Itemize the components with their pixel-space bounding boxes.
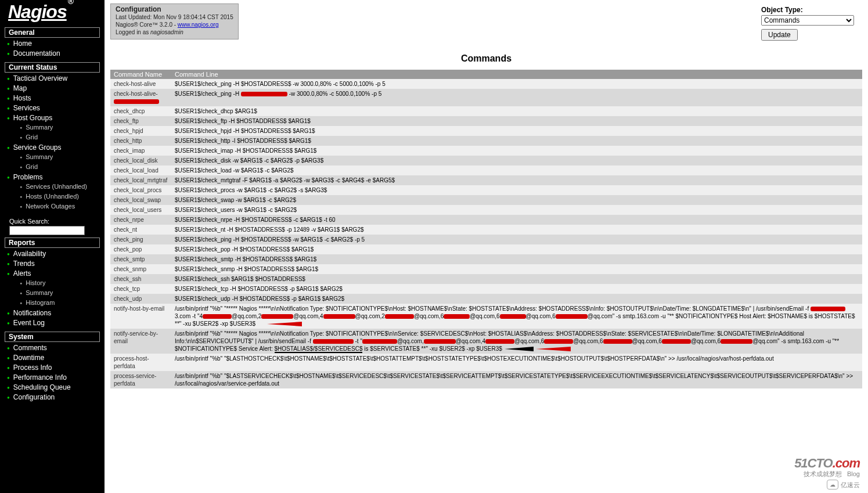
nav-link[interactable]: Hosts [13, 94, 31, 102]
command-name: check_imap [110, 146, 171, 156]
quick-search-input[interactable] [9, 226, 85, 235]
table-row: check_pop$USER1$/check_pop -H $HOSTADDRE… [110, 244, 862, 254]
command-name: check-host-alive [110, 79, 171, 89]
nav-sublink[interactable]: Services (Unhandled) [26, 183, 87, 190]
command-name: check_ssh [110, 274, 171, 284]
main-content: Configuration Last Updated: Mon Nov 9 18… [105, 0, 868, 493]
nav-link[interactable]: Services [13, 104, 40, 112]
table-row: check_ssh$USER1$/check_ssh $ARG1$ $HOSTA… [110, 274, 862, 284]
command-line: $USER1$/check_procs -w $ARG1$ -c $ARG2$ … [171, 185, 862, 195]
table-row: notify-service-by-email/usr/bin/printf "… [110, 329, 862, 354]
nav-sublink[interactable]: History [26, 279, 45, 286]
command-line: $USER1$/check_users -w $ARG1$ -c $ARG2$ [171, 205, 862, 215]
command-name: check_local_swap [110, 195, 171, 205]
nav-sublink[interactable]: Hosts (Unhandled) [26, 193, 79, 200]
nav-link[interactable]: Notifications [13, 309, 51, 317]
info-version: Nagios® Core™ 3.2.0 - www.nagios.org [116, 21, 233, 28]
nav-link[interactable]: Host Groups [13, 114, 52, 122]
nav-link[interactable]: Trends [13, 260, 35, 268]
object-type-select[interactable]: Commands [761, 15, 854, 26]
nav-section-header: Reports [5, 237, 100, 248]
nav-link[interactable]: Problems [13, 173, 43, 181]
command-line: $USER1$/check_smtp -H $HOSTADDRESS$ $ARG… [171, 254, 862, 264]
command-name: check_smtp [110, 254, 171, 264]
command-name: check_local_users [110, 205, 171, 215]
nav-sublink[interactable]: Summary [26, 289, 53, 296]
command-line: $USER1$/check_ping -H -w 3000.0,80% -c 5… [171, 89, 862, 106]
info-title: Configuration [116, 6, 233, 13]
command-line: /usr/bin/printf "%b" "***** Nagios *****… [171, 329, 862, 354]
commands-table: Command Name Command Line check-host-ali… [110, 70, 862, 388]
table-row: check_tcp$USER1$/check_tcp -H $HOSTADDRE… [110, 284, 862, 294]
command-line: $USER1$/check_nt -H $HOSTADDRESS$ -p 124… [171, 225, 862, 235]
command-name: notify-host-by-email [110, 304, 171, 329]
info-box: Configuration Last Updated: Mon Nov 9 18… [110, 3, 239, 39]
nav-link[interactable]: Process Info [13, 364, 52, 372]
update-button[interactable] [761, 29, 798, 41]
table-row: check_nt$USER1$/check_nt -H $HOSTADDRESS… [110, 225, 862, 235]
nav-link[interactable]: Comments [13, 344, 47, 352]
command-name: check-host-alive- [110, 89, 171, 106]
command-name: check_hpjd [110, 126, 171, 136]
nav-link[interactable]: Event Log [13, 319, 45, 327]
command-line: $USER1$/check_nrpe -H $HOSTADDRESS$ -c $… [171, 215, 862, 225]
nav-link[interactable]: Downtime [13, 354, 44, 362]
command-name: check_tcp [110, 284, 171, 294]
command-line: $USER1$/check_ping -H $HOSTADDRESS$ -w $… [171, 235, 862, 244]
table-row: process-service-perfdata/usr/bin/printf … [110, 371, 862, 388]
command-line: $USER1$/check_ssh $ARG1$ $HOSTADDRESS$ [171, 274, 862, 284]
command-line: $USER1$/check_dhcp $ARG1$ [171, 106, 862, 116]
nagios-link[interactable]: www.nagios.org [178, 21, 219, 28]
table-row: check_ping$USER1$/check_ping -H $HOSTADD… [110, 235, 862, 244]
command-name: check_snmp [110, 264, 171, 274]
nav-sublink[interactable]: Grid [26, 134, 38, 141]
nav-link[interactable]: Configuration [13, 393, 55, 401]
table-row: check_imap$USER1$/check_imap -H $HOSTADD… [110, 146, 862, 156]
nav-link[interactable]: Availability [13, 250, 46, 258]
command-line: $USER1$/check_imap -H $HOSTADDRESS$ $ARG… [171, 146, 862, 156]
nav-link[interactable]: Scheduling Queue [13, 383, 71, 391]
command-name: check_http [110, 136, 171, 146]
nav-link[interactable]: Documentation [13, 49, 60, 57]
command-name: process-host-perfdata [110, 354, 171, 371]
nav-section-header: General [5, 27, 100, 38]
info-updated: Last Updated: Mon Nov 9 18:04:14 CST 201… [116, 13, 233, 21]
sidebar: Nagios® GeneralHomeDocumentationCurrent … [0, 0, 105, 493]
nav-sublink[interactable]: Grid [26, 163, 38, 170]
watermark: 51CTO.com 技术成就梦想 Blog ☁亿速云 [794, 456, 860, 490]
command-name: check_pop [110, 244, 171, 254]
nav-link[interactable]: Home [13, 39, 32, 48]
command-line: $USER1$/check_hpjd -H $HOSTADDRESS$ $ARG… [171, 126, 862, 136]
page-title: Commands [110, 53, 862, 64]
command-name: check_ftp [110, 116, 171, 126]
table-row: check_local_mrtgtraf$USER1$/check_mrtgtr… [110, 175, 862, 185]
command-name: notify-service-by-email [110, 329, 171, 354]
table-row: check_local_disk$USER1$/check_disk -w $A… [110, 156, 862, 165]
command-line: $USER1$/check_ping -H $HOSTADDRESS$ -w 3… [171, 79, 862, 89]
nav-link[interactable]: Tactical Overview [13, 74, 67, 82]
table-row: check_udp$USER1$/check_udp -H $HOSTADDRE… [110, 294, 862, 304]
object-type-label: Object Type: [761, 6, 854, 14]
command-line: $USER1$/check_tcp -H $HOSTADDRESS$ -p $A… [171, 284, 862, 294]
nav-sublink[interactable]: Summary [26, 124, 53, 131]
logo: Nagios® [0, 1, 105, 25]
command-name: check_local_procs [110, 185, 171, 195]
nav-link[interactable]: Performance Info [13, 373, 67, 382]
command-name: check_ping [110, 235, 171, 244]
nav-link[interactable]: Service Groups [13, 143, 62, 152]
command-name: process-service-perfdata [110, 371, 171, 388]
nav-sublink[interactable]: Network Outages [26, 203, 75, 210]
table-row: check_local_procs$USER1$/check_procs -w … [110, 185, 862, 195]
nav-link[interactable]: Alerts [13, 269, 31, 278]
nav-sublink[interactable]: Summary [26, 153, 53, 160]
table-row: check_smtp$USER1$/check_smtp -H $HOSTADD… [110, 254, 862, 264]
table-row: check-host-alive$USER1$/check_ping -H $H… [110, 79, 862, 89]
command-name: check_local_load [110, 165, 171, 175]
table-row: check_snmp$USER1$/check_snmp -H $HOSTADD… [110, 264, 862, 274]
command-line: $USER1$/check_udp -H $HOSTADDRESS$ -p $A… [171, 294, 862, 304]
command-line: $USER1$/check_swap -w $ARG1$ -c $ARG2$ [171, 195, 862, 205]
table-row: process-host-perfdata/usr/bin/printf "%b… [110, 354, 862, 371]
nav-link[interactable]: Map [13, 84, 27, 92]
col-command-name: Command Name [110, 70, 171, 79]
nav-sublink[interactable]: Histogram [26, 299, 55, 306]
